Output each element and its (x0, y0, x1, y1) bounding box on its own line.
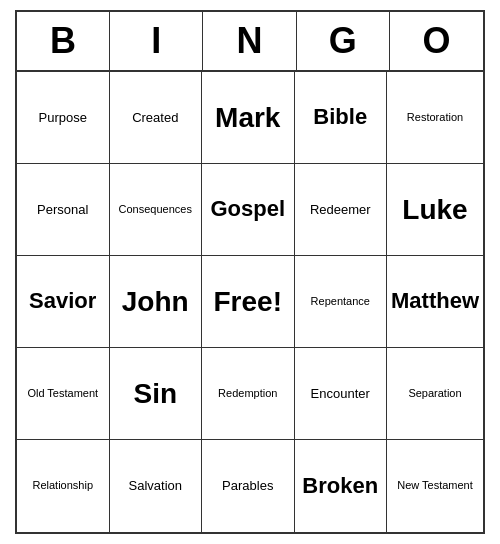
cell-text: Created (132, 110, 178, 126)
cell-text: Consequences (119, 203, 192, 216)
bingo-cell[interactable]: Broken (295, 440, 388, 532)
bingo-cell[interactable]: Purpose (17, 72, 110, 164)
header-letter: B (17, 12, 110, 70)
bingo-cell[interactable]: Restoration (387, 72, 483, 164)
bingo-cell[interactable]: Sin (110, 348, 203, 440)
bingo-cell[interactable]: Redemption (202, 348, 295, 440)
cell-text: Sin (133, 377, 177, 411)
cell-text: New Testament (397, 479, 473, 492)
cell-text: Encounter (311, 386, 370, 402)
bingo-cell[interactable]: Luke (387, 164, 483, 256)
cell-text: Old Testament (27, 387, 98, 400)
cell-text: Redeemer (310, 202, 371, 218)
cell-text: Personal (37, 202, 88, 218)
bingo-cell[interactable]: Separation (387, 348, 483, 440)
header-letter: G (297, 12, 390, 70)
bingo-cell[interactable]: Free! (202, 256, 295, 348)
bingo-cell[interactable]: Encounter (295, 348, 388, 440)
cell-text: Mark (215, 101, 280, 135)
cell-text: John (122, 285, 189, 319)
header-letter: I (110, 12, 203, 70)
bingo-cell[interactable]: New Testament (387, 440, 483, 532)
cell-text: Restoration (407, 111, 463, 124)
cell-text: Parables (222, 478, 273, 494)
cell-text: Purpose (39, 110, 87, 126)
bingo-cell[interactable]: Old Testament (17, 348, 110, 440)
cell-text: Bible (313, 104, 367, 130)
header-letter: N (203, 12, 296, 70)
bingo-cell[interactable]: Redeemer (295, 164, 388, 256)
bingo-cell[interactable]: Personal (17, 164, 110, 256)
bingo-cell[interactable]: Parables (202, 440, 295, 532)
cell-text: Luke (402, 193, 467, 227)
bingo-cell[interactable]: Repentance (295, 256, 388, 348)
cell-text: Matthew (391, 288, 479, 314)
bingo-card: BINGO PurposeCreatedMarkBibleRestoration… (15, 10, 485, 534)
header-letter: O (390, 12, 483, 70)
cell-text: Repentance (311, 295, 370, 308)
bingo-cell[interactable]: Relationship (17, 440, 110, 532)
cell-text: Broken (302, 473, 378, 499)
bingo-cell[interactable]: Matthew (387, 256, 483, 348)
bingo-cell[interactable]: Consequences (110, 164, 203, 256)
cell-text: Relationship (32, 479, 93, 492)
bingo-cell[interactable]: Created (110, 72, 203, 164)
cell-text: Separation (408, 387, 461, 400)
cell-text: Free! (214, 285, 282, 319)
cell-text: Salvation (129, 478, 182, 494)
bingo-cell[interactable]: Savior (17, 256, 110, 348)
cell-text: Redemption (218, 387, 277, 400)
bingo-cell[interactable]: Mark (202, 72, 295, 164)
bingo-cell[interactable]: John (110, 256, 203, 348)
bingo-header: BINGO (17, 12, 483, 72)
bingo-grid: PurposeCreatedMarkBibleRestorationPerson… (17, 72, 483, 532)
bingo-cell[interactable]: Gospel (202, 164, 295, 256)
bingo-cell[interactable]: Salvation (110, 440, 203, 532)
cell-text: Gospel (210, 196, 285, 222)
bingo-cell[interactable]: Bible (295, 72, 388, 164)
cell-text: Savior (29, 288, 96, 314)
